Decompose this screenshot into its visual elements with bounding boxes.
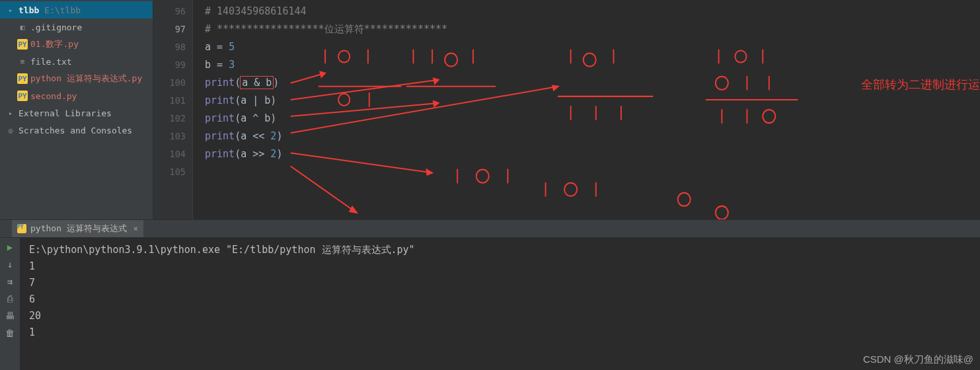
scratches-consoles[interactable]: ◎ Scratches and Consoles [0, 122, 153, 139]
svg-point-26 [716, 206, 728, 219]
python-icon: PY [17, 39, 28, 50]
file-label: 01.数字.py [30, 38, 79, 50]
code-number: 5 [229, 41, 235, 53]
library-icon: ▸ [5, 108, 16, 118]
terminal-tab-bar[interactable]: PY python 运算符与表达式 × [0, 219, 980, 238]
gutter: 96 97 98 99 100 101 102 103 104 105 [153, 0, 193, 219]
terminal-toolbar: ▶ ↓ ⇉ ⎙ 🖶 🗑 [0, 238, 20, 370]
code-comment: # 140345968616144 [205, 5, 307, 17]
line-number: 101 [153, 92, 186, 110]
code-var: b [205, 59, 217, 71]
code-func: print [205, 94, 235, 106]
file-label: file.txt [30, 57, 72, 67]
line-number: 103 [153, 128, 186, 145]
output-line: 1 [29, 260, 35, 272]
terminal-output[interactable]: E:\python\python3.9.1\python.exe "E:/tlb… [20, 238, 980, 370]
code-func: print [205, 77, 235, 89]
output-line: 20 [29, 310, 41, 322]
line-number: 97 [153, 20, 186, 38]
file-gitignore[interactable]: ◧ .gitignore [0, 18, 153, 36]
terminal-tab-label: python 运算符与表达式 [30, 223, 127, 235]
project-name: tlbb [19, 5, 39, 15]
file-label: python 运算符与表达式.py [30, 73, 142, 85]
python-icon: PY [17, 91, 28, 101]
line-number: 96 [153, 3, 186, 20]
svg-point-24 [564, 183, 577, 196]
file-icon: ◧ [17, 22, 28, 32]
line-number: 104 [153, 145, 186, 163]
code-number: 3 [229, 59, 235, 71]
close-icon[interactable]: × [133, 224, 138, 233]
code-func: print [205, 112, 235, 124]
code-comment: # ******************位运算符************** [205, 23, 447, 35]
svg-point-25 [678, 193, 691, 206]
line-number: 100 [153, 74, 186, 92]
project-root[interactable]: ▸ tlbb E:\tlbb [0, 1, 153, 18]
file-operators[interactable]: PY python 运算符与表达式.py [0, 70, 153, 87]
scratch-icon: ◎ [5, 125, 16, 135]
highlighted-expression: a & b [241, 77, 273, 89]
python-icon: PY [17, 224, 26, 233]
project-path: E:\tlbb [44, 5, 81, 15]
print-icon[interactable]: 🖶 [5, 311, 15, 321]
line-number: 102 [153, 110, 186, 128]
file-icon: ≡ [17, 56, 28, 67]
down-icon[interactable]: ↓ [7, 259, 13, 270]
ext-lib-label: External Libraries [19, 108, 112, 118]
file-label: .gitignore [30, 22, 82, 32]
line-number: 98 [153, 38, 186, 56]
file-second[interactable]: PY second.py [0, 87, 153, 104]
code-var: a [205, 41, 217, 53]
scratches-label: Scratches and Consoles [19, 126, 132, 135]
code-editor[interactable]: # 140345968616144 # ******************位运… [193, 0, 980, 219]
external-libraries[interactable]: ▸ External Libraries [0, 104, 153, 122]
rerun-icon[interactable]: ▶ [7, 242, 13, 252]
output-line: 7 [29, 277, 35, 289]
watermark: CSDN @秋刀鱼的滋味@ [863, 353, 973, 366]
line-number: 99 [153, 56, 186, 74]
output-line: 6 [29, 293, 35, 305]
output-line: 1 [29, 326, 35, 338]
code-func: print [205, 148, 235, 160]
code-func: print [205, 130, 235, 142]
filter-icon[interactable]: ⇉ [7, 276, 13, 287]
trash-icon[interactable]: 🗑 [5, 328, 15, 338]
folder-icon: ▸ [5, 5, 16, 15]
line-number: 105 [153, 163, 186, 181]
file-txt[interactable]: ≡ file.txt [0, 53, 153, 70]
editor-pane: 96 97 98 99 100 101 102 103 104 105 # 14… [153, 0, 980, 219]
terminal-tab[interactable]: PY python 运算符与表达式 × [12, 220, 143, 237]
svg-marker-11 [350, 207, 356, 213]
settings-icon[interactable]: ⎙ [7, 293, 13, 304]
project-tree[interactable]: ▸ tlbb E:\tlbb ◧ .gitignore PY 01.数字.py … [0, 0, 153, 219]
file-label: second.py [30, 91, 77, 101]
python-icon: PY [17, 73, 28, 84]
file-01-numbers[interactable]: PY 01.数字.py [0, 36, 153, 53]
